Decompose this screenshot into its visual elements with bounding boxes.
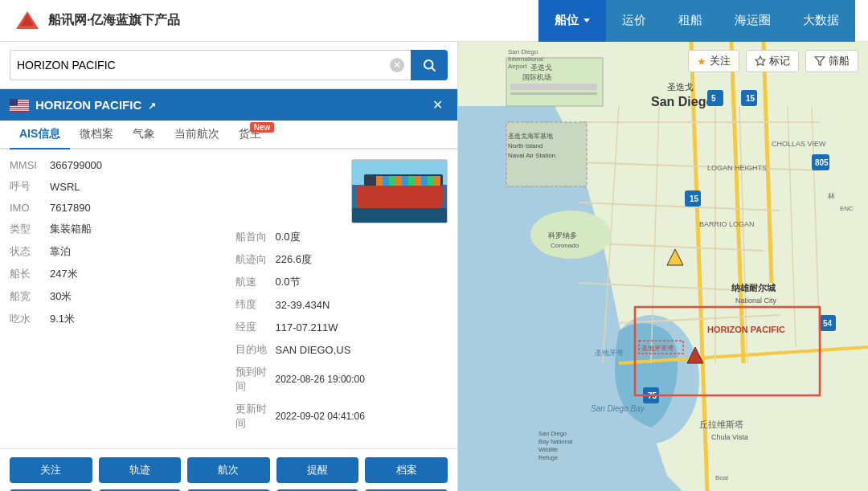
tab-ais-info[interactable]: AIS信息 (10, 121, 70, 149)
ship-header: HORIZON PACIFIC ↗ ✕ (0, 89, 457, 121)
svg-text:林: 林 (827, 192, 835, 200)
svg-text:Wildlife: Wildlife (538, 446, 558, 453)
ship-name: HORIZON PACIFIC ↗ (35, 98, 421, 112)
svg-line-3 (432, 68, 435, 71)
nav-item-big-data[interactable]: 大数据 (787, 0, 855, 42)
follow-map-button[interactable]: ★ 关注 (688, 50, 739, 72)
star-icon: ★ (697, 55, 706, 68)
svg-text:San Diego: San Diego (508, 48, 538, 55)
svg-text:圣迭戈海军基地: 圣迭戈海军基地 (508, 133, 553, 140)
tab-current-voyage[interactable]: 当前航次 (165, 121, 229, 148)
ship-info-content: MMSI 366799000 呼号 WSRL IMO 7617890 类型 (0, 149, 457, 448)
svg-text:BARRIO LOGAN: BARRIO LOGAN (699, 220, 755, 228)
search-input-wrapper: ✕ (10, 50, 411, 80)
svg-text:CHOLLAS VIEW: CHOLLAS VIEW (772, 140, 826, 148)
us-flag-icon (10, 99, 29, 112)
svg-rect-11 (10, 99, 18, 106)
svg-text:圣地牙哥: 圣地牙哥 (595, 349, 624, 357)
svg-text:圣迭戈: 圣迭戈 (667, 82, 694, 92)
svg-rect-35 (510, 84, 597, 90)
search-bar: ✕ (0, 42, 457, 89)
nav-label-freight: 运价 (622, 13, 646, 28)
draft-row: 吃水 9.1米 (10, 312, 223, 326)
logo-text: 船讯网·亿海蓝旗下产品 (48, 12, 180, 29)
heading-row: 船首向 0.0度 (235, 230, 448, 244)
dest-row: 目的地 SAN DIEGO,US (235, 342, 448, 357)
status-row: 状态 靠泊 (10, 244, 223, 259)
update-row: 更新时间 2022-09-02 04:41:06 (235, 402, 448, 431)
nav-label-charter: 租船 (678, 13, 702, 28)
track-button[interactable]: 轨迹 (99, 457, 182, 483)
svg-text:Bay National: Bay National (538, 438, 573, 445)
nav-item-freight[interactable]: 运价 (606, 0, 662, 42)
svg-text:科罗纳多: 科罗纳多 (548, 231, 577, 239)
info-right-column: 船首向 0.0度 航迹向 226.6度 航速 0.0节 纬度 (235, 159, 448, 439)
filter-map-button[interactable]: 筛船 (805, 50, 858, 72)
svg-marker-13 (815, 57, 825, 66)
nav-item-charter[interactable]: 租船 (662, 0, 719, 42)
svg-text:圣迭戈: 圣迭戈 (530, 63, 552, 72)
svg-text:LOGAN HEIGHTS: LOGAN HEIGHTS (707, 164, 767, 172)
external-link-icon[interactable]: ↗ (148, 100, 156, 112)
svg-text:San Diego Bay: San Diego Bay (591, 404, 645, 413)
search-input[interactable] (17, 59, 390, 72)
new-badge: New (250, 122, 275, 133)
svg-text:Chula Vista: Chula Vista (711, 433, 748, 441)
voyage-button[interactable]: 航次 (187, 457, 270, 483)
svg-text:805: 805 (815, 158, 829, 167)
profile-button[interactable]: 档案 (365, 457, 448, 483)
width-row: 船宽 30米 (10, 289, 223, 304)
svg-marker-12 (755, 56, 765, 65)
close-button[interactable]: ✕ (428, 96, 448, 114)
svg-text:Airport: Airport (508, 63, 527, 70)
lng-row: 经度 117-07.211W (235, 320, 448, 334)
svg-text:圣地牙哥湾: 圣地牙哥湾 (641, 345, 674, 352)
mark-map-button[interactable]: 标记 (746, 50, 799, 72)
svg-rect-36 (510, 92, 597, 95)
svg-rect-8 (10, 105, 29, 106)
nav-label-big-data: 大数据 (803, 13, 839, 28)
alert-button[interactable]: 提醒 (276, 457, 359, 483)
svg-text:National City: National City (735, 297, 777, 305)
tab-micro-profile[interactable]: 微档案 (70, 121, 123, 148)
svg-text:54: 54 (823, 319, 833, 328)
svg-text:Boal: Boal (715, 474, 728, 481)
nav-item-shipping-circle[interactable]: 海运圈 (719, 0, 787, 42)
nav-label-shipping-circle: 海运圈 (735, 13, 771, 28)
ship-image (351, 159, 448, 223)
length-row: 船长 247米 (10, 267, 223, 281)
logo-icon (13, 6, 42, 35)
svg-text:Coronado: Coronado (551, 242, 579, 249)
map-view[interactable]: 圣迭戈 国际机场 San Diego 圣迭戈 San Diego Interna… (458, 42, 868, 491)
tab-weather[interactable]: 气象 (123, 121, 165, 148)
search-button[interactable] (411, 50, 448, 80)
info-two-columns: MMSI 366799000 呼号 WSRL IMO 7617890 类型 (10, 159, 448, 439)
svg-rect-9 (10, 108, 29, 108)
button-row-1: 关注 轨迹 航次 提醒 档案 (10, 457, 448, 483)
mmsi-row: MMSI 366799000 (10, 159, 223, 171)
lat-row: 纬度 32-39.434N (235, 297, 448, 312)
type-row: 类型 集装箱船 (10, 222, 223, 236)
tabs-bar: AIS信息 微档案 气象 当前航次 货主 New (0, 121, 457, 149)
svg-text:丘拉维斯塔: 丘拉维斯塔 (699, 419, 743, 429)
map-controls: ★ 关注 标记 筛船 (688, 50, 858, 72)
svg-text:国际机场: 国际机场 (522, 73, 551, 81)
svg-text:San Diego: San Diego (651, 95, 714, 108)
bookmark-icon (755, 55, 766, 67)
svg-text:Refuge: Refuge (538, 454, 558, 461)
nav-item-ship-position[interactable]: 船位 (538, 0, 606, 42)
info-columns: MMSI 366799000 呼号 WSRL IMO 7617890 类型 (10, 159, 448, 439)
svg-text:HORIZON PACIFIC: HORIZON PACIFIC (707, 325, 785, 334)
imo-row: IMO 7617890 (10, 202, 223, 214)
tab-cargo-owner[interactable]: 货主 New (229, 121, 271, 148)
chevron-down-icon (583, 18, 590, 23)
svg-text:15: 15 (690, 194, 699, 203)
callsign-row: 呼号 WSRL (10, 179, 223, 194)
info-left-column: MMSI 366799000 呼号 WSRL IMO 7617890 类型 (10, 159, 223, 439)
header: 船讯网·亿海蓝旗下产品 船位 运价 租船 海运圈 大数据 (0, 0, 868, 42)
follow-button[interactable]: 关注 (10, 457, 92, 483)
nav-label-ship-position: 船位 (555, 13, 579, 28)
search-clear-button[interactable]: ✕ (390, 58, 404, 72)
course-row: 航迹向 226.6度 (235, 252, 448, 267)
svg-text:ENC: ENC (840, 205, 854, 212)
